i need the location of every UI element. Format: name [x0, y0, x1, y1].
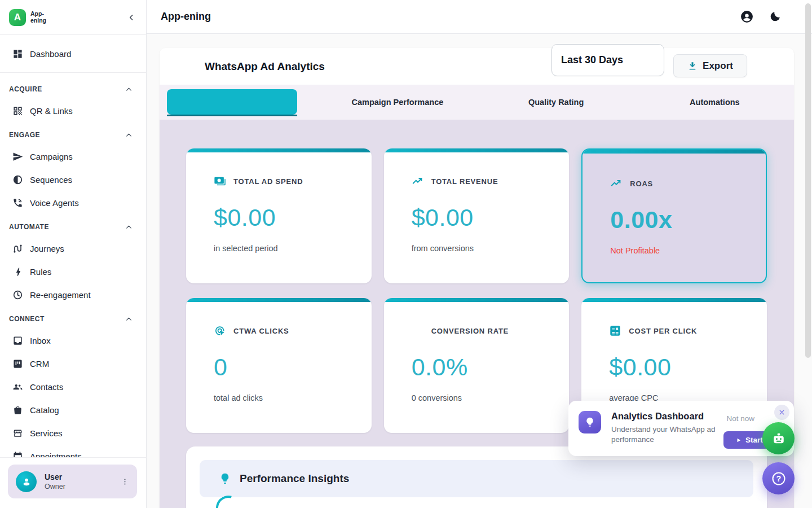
card-subtext: from conversions [412, 244, 570, 253]
page-title: App-ening [161, 11, 740, 23]
divider [0, 72, 146, 73]
section-connect[interactable]: CONNECT [0, 309, 146, 329]
sidebar-item-label: Services [30, 428, 63, 438]
sidebar-item-inbox[interactable]: Inbox [0, 329, 146, 352]
scrollbar-thumb[interactable] [805, 3, 811, 358]
card-conversion-rate: CONVERSION RATE 0.0% 0 conversions [384, 298, 570, 433]
card-roas: ROAS 0.00x Not Profitable [581, 148, 767, 283]
export-label: Export [703, 60, 733, 72]
calculator-icon [609, 325, 621, 337]
sidebar-item-catalog[interactable]: Catalog [0, 398, 146, 422]
sidebar-footer: User Owner [0, 457, 146, 508]
sidebar-header: A App- ening [0, 0, 146, 35]
toast-title: Analytics Dashboard [611, 411, 704, 422]
tab-automations[interactable]: Automations [636, 85, 794, 120]
app-logo[interactable]: A App- ening [9, 9, 46, 26]
status-badge: Not Profitable [610, 246, 766, 255]
trending-up-icon [412, 175, 424, 187]
user-meta: User Owner [45, 472, 113, 491]
toast-close-button[interactable] [774, 405, 789, 420]
analytics-header: WhatsApp Ad Analytics Last 30 Days Expor… [160, 48, 794, 85]
robot-icon [771, 431, 787, 446]
section-title: ACQUIRE [9, 85, 42, 93]
calendar-icon [12, 451, 23, 457]
chevron-left-icon [127, 13, 136, 22]
sidebar-item-dashboard[interactable]: Dashboard [0, 41, 146, 67]
chevron-up-icon [125, 86, 133, 93]
section-automate[interactable]: AUTOMATE [0, 217, 146, 237]
card-label: TOTAL AD SPEND [233, 177, 303, 186]
section-acquire[interactable]: ACQUIRE [0, 79, 146, 99]
storefront-icon [12, 428, 23, 439]
sidebar-item-services[interactable]: Services [0, 422, 146, 445]
card-value: 0.00x [610, 206, 766, 234]
sidebar-item-label: QR & Links [30, 106, 73, 116]
qr-code-icon [12, 106, 23, 116]
help-fab[interactable]: ? [762, 462, 795, 494]
sequence-icon [12, 174, 23, 185]
card-accent-strip [384, 148, 570, 152]
sidebar-item-contacts[interactable]: Contacts [0, 375, 146, 398]
tab-campaign-performance[interactable]: Campaign Performance [318, 85, 476, 120]
person-icon [20, 475, 33, 488]
trending-up-icon [610, 177, 623, 190]
sidebar-collapse-button[interactable] [127, 13, 136, 22]
export-button[interactable]: Export [673, 54, 747, 77]
toast-lightbulb-icon [579, 411, 601, 433]
tab-quality-rating[interactable]: Quality Rating [477, 85, 636, 120]
account-button[interactable] [740, 10, 754, 24]
user-role: Owner [45, 483, 113, 491]
sidebar-item-label: Rules [30, 267, 51, 277]
sidebar: A App- ening Dashboard ACQUIRE [0, 0, 147, 508]
sidebar-item-voice-agents[interactable]: Voice Agents [0, 191, 146, 214]
money-icon [214, 175, 226, 187]
chatbot-fab[interactable] [762, 422, 795, 454]
card-subtext: in selected period [214, 244, 372, 253]
sidebar-item-appointments[interactable]: Appointments [0, 445, 146, 457]
date-range-select[interactable]: Last 30 Days [551, 44, 664, 76]
voice-phone-icon [12, 198, 23, 208]
account-circle-icon [740, 10, 754, 24]
logo-line1: App- [30, 11, 46, 17]
sidebar-item-label: Voice Agents [30, 198, 79, 208]
sidebar-item-label: Sequences [30, 175, 72, 185]
sidebar-item-label: Campaigns [30, 152, 73, 161]
dark-mode-toggle[interactable] [769, 10, 782, 23]
card-accent-strip [186, 148, 372, 152]
play-icon [736, 437, 742, 443]
user-avatar [16, 471, 37, 492]
toast-description: Understand your WhatsApp ad performance [611, 424, 724, 445]
sidebar-item-rules[interactable]: Rules [0, 260, 146, 283]
sidebar-item-label: CRM [30, 359, 49, 369]
card-accent-strip [582, 150, 766, 154]
chevron-up-icon [125, 132, 133, 139]
sidebar-item-re-engagement[interactable]: Re-engagement [0, 283, 146, 306]
section-engage[interactable]: ENGAGE [0, 125, 146, 145]
card-accent-strip [186, 298, 372, 302]
sidebar-item-crm[interactable]: CRM [0, 352, 146, 375]
kanban-icon [12, 358, 23, 369]
sidebar-item-label: Appointments [30, 452, 82, 457]
sidebar-item-journeys[interactable]: Journeys [0, 237, 146, 260]
top-bar: App-ening [147, 0, 812, 34]
tab-label: Automations [690, 98, 740, 107]
selected-tab-underline [167, 115, 297, 116]
chevron-up-icon [125, 224, 133, 231]
date-range-value: Last 30 Days [561, 54, 623, 66]
help-icon: ? [770, 470, 787, 487]
toast-dismiss-button[interactable]: Not now [726, 414, 754, 423]
sidebar-item-campaigns[interactable]: Campaigns [0, 145, 146, 168]
card-label: CONVERSION RATE [431, 327, 509, 335]
kebab-menu-icon[interactable] [121, 478, 129, 486]
sidebar-item-sequences[interactable]: Sequences [0, 168, 146, 191]
sidebar-item-label: Dashboard [30, 49, 71, 59]
card-accent-strip [581, 298, 767, 302]
dashboard-icon [12, 49, 23, 59]
app-logo-text: App- ening [30, 11, 46, 23]
sidebar-item-qr-links[interactable]: QR & Links [0, 99, 146, 122]
chevron-up-icon [125, 316, 133, 323]
user-card[interactable]: User Owner [8, 465, 137, 498]
selected-tab-pill[interactable] [167, 89, 297, 115]
sidebar-item-label: Re-engagement [30, 290, 91, 300]
toast-action-label: Start [745, 436, 763, 444]
